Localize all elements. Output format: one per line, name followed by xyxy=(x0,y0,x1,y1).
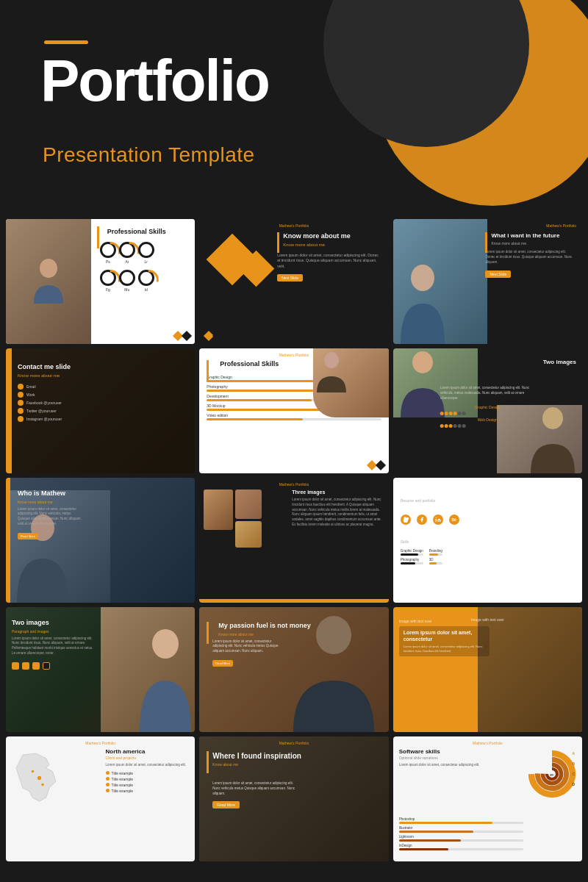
slide-contact[interactable]: Contact me slide Know more about me Emai… xyxy=(6,348,195,473)
header-section: Portfolio Presentation Template xyxy=(0,0,588,213)
slide14-read-btn[interactable]: Read More xyxy=(212,801,240,808)
slide7-title: Who is Mathew xyxy=(18,490,84,498)
list-item-4: Title example xyxy=(106,789,191,793)
indesign-label: Id xyxy=(145,287,148,292)
slide-three-images[interactable]: Mathew's Portfolio Three images Lorem ip… xyxy=(199,478,388,603)
slide1-skill-circles: Ps Ai Lr xyxy=(100,242,190,264)
slide3-body: Lorem ipsum dolor sit amet, consectetur … xyxy=(485,250,576,265)
list-text-2: Title example xyxy=(112,777,134,781)
slide10-behance xyxy=(43,662,50,670)
slide15-portfolio-label: Mathew's Portfolio xyxy=(473,741,503,745)
slide7-read-btn[interactable]: Read More xyxy=(18,533,38,539)
slide-north-america[interactable]: Mathew's Portfolio North america Client … xyxy=(6,736,195,861)
slide8-body: Lorem ipsum dolor sit amet, consectetur … xyxy=(292,498,383,528)
lightroom-label: Lr xyxy=(145,259,148,264)
s9-branding-label: Branding xyxy=(429,549,442,553)
header-accent-line xyxy=(44,40,88,44)
illustrator-label: Ai xyxy=(126,259,129,264)
slide-professional-skills[interactable]: Professional Skills Ps Ai Lr Fg xyxy=(6,219,195,344)
s9-3d-label: 3D xyxy=(429,558,442,562)
slide9-subtitle: Resume and portfolio xyxy=(401,498,436,503)
slide8-portfolio-label: Mathew's Portfolio xyxy=(279,482,309,487)
dot3 xyxy=(449,412,453,415)
slide7-subtitle: Know more about me xyxy=(18,500,84,504)
list-text-3: Title example xyxy=(112,783,134,787)
list-item-3: Title example xyxy=(106,783,191,787)
slide8-img3 xyxy=(235,521,262,548)
slides-grid: Professional Skills Ps Ai Lr Fg xyxy=(0,213,588,867)
slide7-body: Lorem ipsum dolor sit amet, consectetur … xyxy=(18,507,84,527)
slide11-subtitle: Know more about me xyxy=(218,632,311,637)
list-text-4: Title example xyxy=(112,789,134,793)
slide3-portfolio-label: Mathew's Portfolio xyxy=(546,223,576,228)
slide2-diamond-dark xyxy=(212,331,223,341)
s9-graphic-label: Graphic Design xyxy=(401,549,423,553)
slide14-subtitle: Know about me xyxy=(212,762,301,767)
contact-work: Work xyxy=(18,392,71,398)
slide2-title: Know more about me xyxy=(283,232,381,241)
slide-two-images-dark[interactable]: Two images Paragraph and images Lorem ip… xyxy=(6,607,195,732)
photoshop-ring xyxy=(100,242,116,258)
slide15-letter-labels: A B C D xyxy=(572,751,575,786)
illustrator-ring xyxy=(119,242,135,258)
figma-ring xyxy=(100,270,116,286)
slide2-portfolio-label: Mathew's Portfolio xyxy=(279,223,309,228)
slide6-graphic-design-label: Graphic Design xyxy=(440,405,535,409)
web-dot1 xyxy=(440,424,444,428)
slide12-slide-label: Image with text over xyxy=(471,617,504,622)
diamond-dark xyxy=(182,331,192,341)
slide6-graphic-dots xyxy=(440,412,535,415)
slide-inspiration[interactable]: Mathew's Portfolio Where I found inspira… xyxy=(199,736,388,861)
s15-ps-track xyxy=(399,822,523,824)
slide13-list: Title example Title example Title exampl… xyxy=(106,771,191,793)
s15-id-track xyxy=(399,848,523,850)
slide4-contact-list: Email Work Facebook @youruser Twitter @y… xyxy=(18,384,71,422)
slide-future[interactable]: Mathew's Portfolio What i want in the fu… xyxy=(393,219,582,344)
web-dot3 xyxy=(449,424,453,428)
svg-point-0 xyxy=(40,259,57,278)
slide3-subtitle: Know more about me xyxy=(491,241,576,245)
slide14-orange-bar xyxy=(207,751,209,773)
slide3-next-btn[interactable]: Next Slide xyxy=(485,270,511,278)
slide5-person xyxy=(313,348,389,417)
slide-know-more[interactable]: Mathew's Portfolio Know more about me Kn… xyxy=(199,219,388,344)
list-item-2: Title example xyxy=(106,777,191,781)
slide4-subtitle: Know more about me xyxy=(18,373,71,378)
slide11-read-btn[interactable]: Read More xyxy=(212,660,233,667)
slide2-bottom-shapes xyxy=(205,332,221,340)
skill-muse: Mu xyxy=(119,270,135,292)
slide10-subtitle: Paragraph and images xyxy=(12,629,97,634)
slide14-portfolio-label: Mathew's Portfolio xyxy=(279,741,309,745)
svg-point-7 xyxy=(152,629,179,659)
slide8-images xyxy=(204,490,289,548)
slide2-orange-bar xyxy=(277,232,279,253)
slide7-content: Who is Mathew Know more about me Lorem i… xyxy=(18,490,84,540)
slide-who-is-mathew[interactable]: Who is Mathew Know more about me Lorem i… xyxy=(6,478,195,603)
svg-point-11 xyxy=(41,784,44,786)
slide6-skill-ratings: Graphic Design Web Design xyxy=(440,405,535,428)
twitter-text: Twitter @youruser xyxy=(26,409,57,413)
slide9-title: I'm Mathew xyxy=(401,487,436,494)
slide3-person-photo xyxy=(393,219,488,344)
skill-lightroom: Lr xyxy=(138,242,154,264)
slide-passion[interactable]: My passion fuel is not money Know more a… xyxy=(199,607,388,732)
slide13-portfolio-label: Mathew's Portfolio xyxy=(85,741,115,745)
slide8-img2 xyxy=(235,490,262,519)
twitter-icon-circle xyxy=(401,514,411,525)
slide-professional-skills-2[interactable]: Mathew's Portfolio Professional Skills G… xyxy=(199,348,388,473)
slide5-diamond-dark xyxy=(376,460,386,470)
instagram-icon xyxy=(18,416,24,422)
slide-software-skills[interactable]: Mathew's Portfolio Software skills Optio… xyxy=(393,736,582,861)
slide2-next-btn[interactable]: Next Slide xyxy=(277,274,303,282)
s9-3d: 3D xyxy=(429,558,442,564)
list-dot-2 xyxy=(106,777,110,781)
slide15-subtitle: Optional slide variations xyxy=(399,756,494,760)
slide-im-mathew[interactable]: I'm Mathew Resume and portfolio Bé Skill… xyxy=(393,478,582,603)
slide9-skill-col2: Branding 3D xyxy=(429,549,442,564)
slide-two-images[interactable]: Two images Lorem ipsum dolor sit amet, c… xyxy=(393,348,582,473)
email-icon xyxy=(18,384,24,390)
slide12-box-text: Lorem ipsum dolor sit amet, consectetur … xyxy=(404,645,486,653)
slide-image-text-over[interactable]: Image with text over Lorem ipsum dolor s… xyxy=(393,607,582,732)
slide2-body: Lorem ipsum dolor sit amet, consectetur … xyxy=(277,253,381,270)
muse-label: Mu xyxy=(124,287,129,292)
